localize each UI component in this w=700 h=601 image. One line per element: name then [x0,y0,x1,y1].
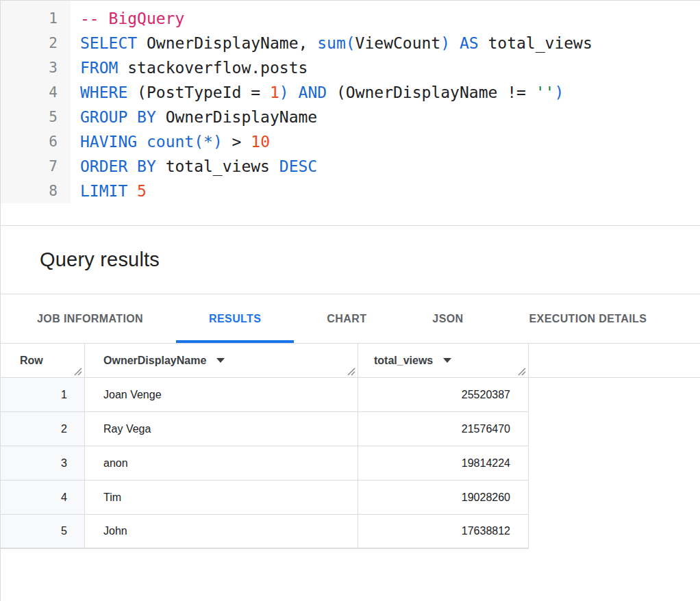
code-token-keyword: ) AS [440,34,478,52]
tab-results[interactable]: RESULTS [176,294,294,343]
line-number: 2 [1,31,58,55]
sql-editor[interactable]: 12345678 -- BigQuerySELECT OwnerDisplayN… [1,1,700,226]
line-number: 1 [1,6,58,31]
column-header-total_views: total_views [358,344,529,378]
code-token-plain: OwnerDisplayName [156,108,317,126]
total-views-cell: 19028260 [358,481,529,515]
results-tab-bar: JOB INFORMATIONRESULTSCHARTJSONEXECUTION… [1,294,700,344]
column-header-label: OwnerDisplayName [103,355,206,367]
bigquery-results-panel: 12345678 -- BigQuerySELECT OwnerDisplayN… [0,0,700,601]
code-line: GROUP BY OwnerDisplayName [80,105,700,129]
row-number-cell: 4 [1,481,85,515]
column-header-label: total_views [374,355,433,367]
code-line: -- BigQuery [80,6,700,31]
code-token-keyword: HAVING [80,133,137,151]
code-line: WHERE (PostTypeId = 1) AND (OwnerDisplay… [80,80,700,105]
line-number: 5 [1,105,58,129]
code-token-plain: total_views [479,34,592,52]
code-token-number: 10 [251,133,270,151]
code-token-keyword: sum( [317,34,355,52]
empty-cell [529,412,700,446]
code-line: FROM stackoverflow.posts [80,55,700,80]
line-number-gutter: 12345678 [1,1,71,203]
column-header-label: Row [20,355,43,367]
code-line: HAVING count(*) > 10 [80,129,700,154]
total-views-cell: 17638812 [358,515,529,549]
owner-display-name-cell: Tim [85,481,358,515]
tab-json[interactable]: JSON [399,294,496,343]
query-results-header: Query results [1,226,700,294]
owner-display-name-cell: Ray Vega [85,412,358,446]
code-token-keyword: DESC [279,157,317,175]
row-number-cell: 3 [1,446,85,481]
code-line: LIMIT 5 [80,179,700,203]
code-token-plain: (OwnerDisplayName != [327,84,536,101]
line-number: 8 [1,179,58,203]
total-views-cell: 21576470 [358,412,529,446]
column-header-row: Row [1,344,85,378]
table-header-row: RowOwnerDisplayNametotal_views [1,344,700,378]
code-token-keyword: LIMIT [80,182,127,200]
empty-cell [529,515,700,549]
column-menu-arrow-icon[interactable] [216,358,225,363]
owner-display-name-cell: John [85,515,358,549]
code-token-number: 1 [270,84,279,101]
code-token-keyword: FROM [80,59,118,77]
row-number-cell: 1 [1,378,85,412]
owner-display-name-cell: Joan Venge [85,378,358,412]
column-header-ownerdisplayname: OwnerDisplayName [85,344,358,378]
tab-job-information[interactable]: JOB INFORMATION [4,294,176,343]
tab-chart[interactable]: CHART [294,294,399,343]
empty-cell [529,378,700,412]
empty-cell [529,481,700,515]
code-token-number: 5 [137,182,147,200]
column-menu-arrow-icon[interactable] [443,358,451,363]
code-token-keyword: ) [279,84,289,101]
line-number: 4 [1,80,58,105]
empty-cell [529,446,700,481]
line-number: 7 [1,154,58,179]
code-token-plain: > [223,133,251,151]
code-token-keyword: count(*) [147,133,223,151]
column-resize-handle-icon[interactable] [517,367,526,376]
code-token-keyword: ORDER BY [80,157,156,175]
code-token-keyword: WHERE [80,84,127,101]
code-token-plain [289,84,299,101]
table-row: 3anon19814224 [1,446,700,481]
code-token-plain: total_views [156,157,279,175]
results-table: RowOwnerDisplayNametotal_views1Joan Veng… [1,344,700,549]
table-row: 5John17638812 [1,515,700,549]
total-views-cell: 19814224 [358,446,529,481]
table-row: 1Joan Venge25520387 [1,378,700,412]
code-token-comment: -- BigQuery [80,10,184,27]
code-token-keyword: ) [554,84,564,101]
tab-execution-details[interactable]: EXECUTION DETAILS [497,294,680,343]
sql-code-area[interactable]: -- BigQuerySELECT OwnerDisplayName, sum(… [71,1,700,203]
column-header-empty [529,344,700,378]
table-row: 2Ray Vega21576470 [1,412,700,446]
line-number: 3 [1,55,58,80]
code-token-keyword: SELECT [80,34,137,52]
code-token-plain [137,133,147,151]
page-title: Query results [40,248,160,271]
total-views-cell: 25520387 [358,378,529,412]
code-token-plain: stackoverflow.posts [118,59,308,77]
table-row: 4Tim19028260 [1,481,700,515]
code-line: ORDER BY total_views DESC [80,154,700,179]
column-resize-handle-icon[interactable] [347,367,355,376]
code-line: SELECT OwnerDisplayName, sum(ViewCount) … [80,31,700,55]
owner-display-name-cell: anon [85,446,358,481]
code-token-plain: (PostTypeId = [127,84,270,101]
row-number-cell: 2 [1,412,85,446]
code-token-keyword: AND [299,84,327,101]
code-token-plain: ViewCount [355,34,441,52]
code-token-plain [127,182,137,200]
code-token-string: '' [536,84,555,101]
row-number-cell: 5 [1,515,85,549]
code-token-keyword: GROUP BY [80,108,156,126]
column-resize-handle-icon[interactable] [73,367,82,376]
line-number: 6 [1,129,58,154]
code-token-plain: OwnerDisplayName, [137,34,317,52]
